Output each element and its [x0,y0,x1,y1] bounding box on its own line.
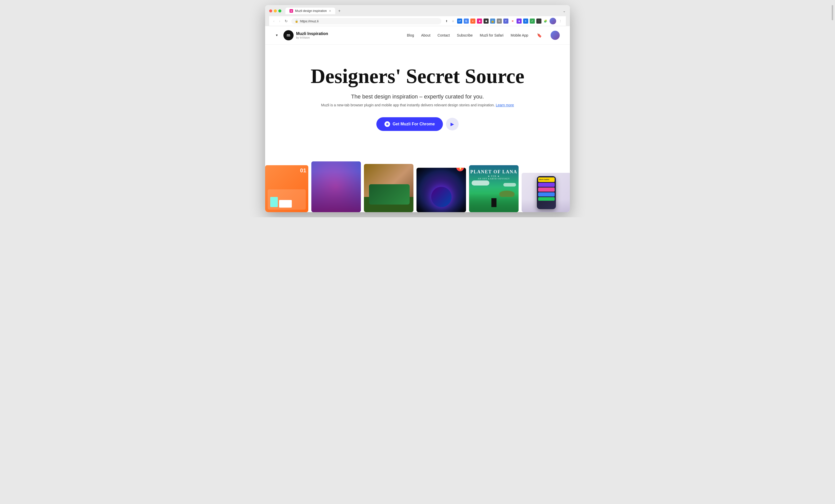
gallery-item-4[interactable]: 🔥 [416,168,466,212]
puzzle-icon[interactable]: 🧩 [543,19,548,24]
forward-button[interactable]: › [278,19,281,24]
dropdown-arrow-icon[interactable]: ▼ [275,34,278,37]
back-button[interactable]: ‹ [272,19,276,24]
phone-card-yellow: Work habits [538,177,555,182]
user-avatar-nav[interactable] [551,31,560,40]
site-logo-avatar: m [283,30,293,40]
cta-row: ⊕ Get Muzli For Chrome ▶ [270,117,565,131]
learn-more-link[interactable]: Learn more [496,103,514,107]
site-logo-area: m Muzli Inspiration by InVision [283,30,328,40]
extension-icon-10[interactable]: ⬛ [536,19,542,24]
tab-end-controls: ⌄ [563,9,566,13]
cloud-1 [472,181,489,186]
close-button[interactable] [269,9,272,13]
reload-button[interactable]: ↻ [284,19,289,24]
browser-titlebar: M Muzli design inspiration ✕ + ⌄ ‹ › ↻ 🔒… [265,5,570,26]
hero-description: Muzli is a new-tab browser plugin and mo… [270,103,565,107]
browser-window: M Muzli design inspiration ✕ + ⌄ ‹ › ↻ 🔒… [265,5,570,212]
extension-icon-2[interactable]: ◼ [484,19,489,24]
cosmic-sphere [431,187,451,207]
phone-card-green [538,197,555,201]
toolbar-icons: ⬆ ☆ 17 G ● ◆ ◼ 🔒 ⊞ P ✕ ◆ B ✔ ⬛ 🧩 ⋮ [444,18,563,24]
more-menu-icon[interactable]: ⋮ [558,19,563,24]
bookmark-star-icon[interactable]: ☆ [450,19,455,24]
nav-safari[interactable]: Muzli for Safari [480,33,503,37]
gallery-item-1[interactable]: 01 [265,165,308,212]
phone-screen: Work habits [537,176,556,209]
hero-section: Designers' Secret Source The best design… [265,45,570,156]
figure-lana [491,198,496,207]
get-chrome-button[interactable]: ⊕ Get Muzli For Chrome [376,117,443,131]
site-logo-subtitle: by InVision [296,36,328,39]
extension-icon-6[interactable]: ✕ [510,19,515,24]
phone-card-pink [538,188,555,192]
nav-subscribe[interactable]: Subscribe [457,33,473,37]
gallery-item-planet-lana[interactable]: PLANET OF LANA ★ FOR ★ AN OFF EARTH ODYS… [469,165,518,212]
tab-bar: M Muzli design inspiration ✕ + [285,7,561,14]
couch [369,184,410,205]
url-text: https://muz.li [300,19,319,23]
gallery-item-2[interactable] [311,162,361,212]
traffic-lights [269,9,281,13]
phone-hand-mockup: Work habits [537,176,556,209]
cloud-2 [503,183,516,187]
extension-icon-7[interactable]: ◆ [516,19,522,24]
extension-17-icon[interactable]: 17 [457,19,462,24]
gallery-item-work-habits[interactable]: Work habits [522,173,570,212]
hero-subtitle: The best design inspiration – expertly c… [270,93,565,100]
lock-icon: 🔒 [295,20,299,23]
website-content: ▼ m Muzli Inspiration by InVision Blog A… [265,26,570,212]
minimize-button[interactable] [274,9,277,13]
desk-item-white [279,200,292,208]
maximize-button[interactable] [278,9,281,13]
nav-mobile[interactable]: Mobile App [511,33,528,37]
browser-controls: M Muzli design inspiration ✕ + ⌄ [269,7,566,14]
new-tab-button[interactable]: + [336,7,343,14]
chrome-icon: ⊕ [385,121,390,127]
hero-title: Designers' Secret Source [270,65,565,87]
floating-island [499,191,514,197]
site-nav: ▼ m Muzli Inspiration by InVision Blog A… [265,26,570,45]
nav-about[interactable]: About [421,33,430,37]
profile-avatar[interactable] [550,18,556,24]
nav-contact[interactable]: Contact [437,33,450,37]
gallery-section: 01 🔥 [265,156,570,212]
pink-gradient [311,171,361,212]
site-logo-title: Muzli Inspiration [296,31,328,36]
extension-icon-4[interactable]: ⊞ [497,19,502,24]
logo-text-area: Muzli Inspiration by InVision [296,31,328,39]
site-nav-links: Blog About Contact Subscribe Muzli for S… [407,31,560,40]
planet-title-text: PLANET OF LANA ★ FOR ★ AN OFF EARTH ODYS… [469,169,518,180]
address-bar[interactable]: 🔒 https://muz.li [291,18,441,24]
tab-title: Muzli design inspiration [295,9,327,13]
extension-icon-8[interactable]: B [523,19,528,24]
invision-icon[interactable]: ◆ [477,19,482,24]
extension-icon-3[interactable]: 🔒 [490,19,495,24]
active-tab[interactable]: M Muzli design inspiration ✕ [285,7,335,14]
planet-subtitle: ★ FOR ★ [469,175,518,177]
desk-item-teal [270,197,278,207]
cta-button-label: Get Muzli For Chrome [393,122,435,126]
google-icon[interactable]: G [464,19,469,24]
phone-card-blue [538,192,555,196]
extension-icon-1[interactable]: ● [470,19,475,24]
share-icon[interactable]: ⬆ [444,19,449,24]
gallery-num-01: 01 [300,167,306,174]
address-bar-row: ‹ › ↻ 🔒 https://muz.li ⬆ ☆ 17 G ● ◆ ◼ 🔒 … [269,16,566,26]
tab-favicon-icon: M [289,9,293,13]
bookmark-nav-icon[interactable]: 🔖 [535,31,544,39]
tab-close-button[interactable]: ✕ [329,9,331,13]
play-video-button[interactable]: ▶ [446,118,459,130]
extension-icon-5[interactable]: P [503,19,508,24]
phone-card-purple [538,183,555,187]
play-icon: ▶ [450,121,454,127]
gallery-item-3[interactable] [364,164,413,212]
extension-icon-9[interactable]: ✔ [530,19,535,24]
nav-blog[interactable]: Blog [407,33,414,37]
